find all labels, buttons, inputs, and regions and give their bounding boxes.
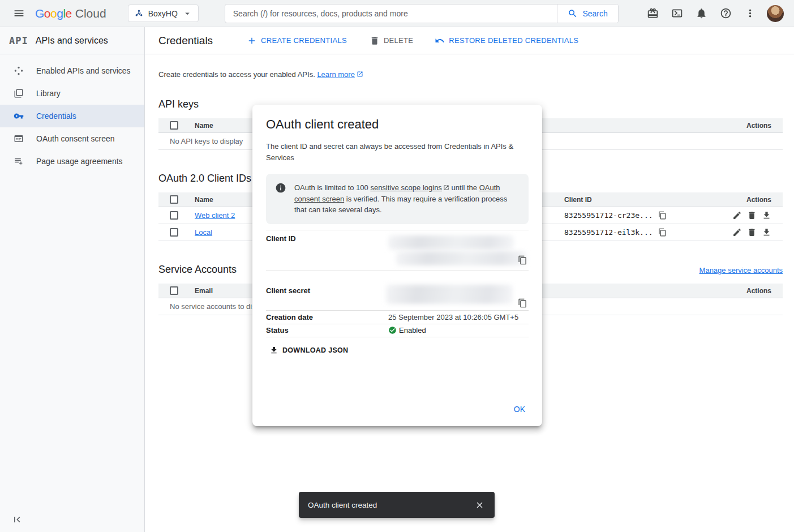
copy-client-id-button[interactable] [658,211,667,220]
column-header-actions: Actions [746,287,783,295]
help-icon [720,7,732,19]
delete-icon [747,211,757,220]
edit-client-button[interactable] [732,228,742,237]
delete-client-button[interactable] [747,211,757,220]
menu-button[interactable] [7,2,31,25]
learn-more-link[interactable]: Learn more [317,70,354,79]
topbar-actions [641,2,786,25]
key-icon [14,111,24,121]
api-keys-empty-text: No API keys to display [158,137,243,145]
sensitive-scope-logins-link[interactable]: sensitive scope logins [370,183,441,192]
sidebar-nav: Enabled APIs and services Library Creden… [0,54,144,173]
edit-icon [732,211,742,220]
creation-date-label: Creation date [266,313,388,321]
info-icon [275,182,286,216]
download-json-button[interactable]: DOWNLOAD JSON [266,342,351,358]
select-all-checkbox[interactable] [170,121,178,130]
copy-client-secret-button[interactable] [518,298,527,308]
sidebar-item-label: Library [36,89,61,98]
sidebar-item-oauth-consent[interactable]: OAuth consent screen [0,127,144,150]
client-id-label: Client ID [266,234,388,271]
client-id-row: Client ID [266,230,529,271]
help-button[interactable] [714,2,737,25]
select-all-checkbox[interactable] [170,286,178,295]
redacted-client-id [396,251,526,265]
gift-icon [647,7,659,19]
more-options-button[interactable] [738,2,762,25]
promotions-button[interactable] [641,2,664,25]
oauth-client-name-link[interactable]: Local [195,228,212,237]
agreements-icon [14,156,24,166]
google-cloud-logo[interactable]: Google Cloud [35,7,106,20]
logo-letter: o [44,7,50,20]
avatar[interactable] [767,5,784,22]
snackbar-close-button[interactable] [470,496,489,514]
sidebar: API APIs and services Enabled APIs and s… [0,27,145,532]
info-text-mid: until the [449,183,479,192]
sidebar-item-label: Credentials [36,111,76,121]
restore-deleted-credentials-button[interactable]: RESTORE DELETED CREDENTIALS [432,32,581,49]
status-row: Status Enabled [266,324,529,337]
manage-service-accounts-link[interactable]: Manage service accounts [699,266,783,274]
logo-letter: g [57,7,63,20]
notifications-button[interactable] [689,2,713,25]
collapse-nav-button[interactable] [11,514,23,525]
info-banner-text: OAuth is limited to 100 sensitive scope … [294,182,520,216]
project-name: BoxyHQ [148,9,178,18]
sidebar-item-credentials[interactable]: Credentials [0,105,144,127]
delete-button[interactable]: DELETE [367,32,415,49]
search-icon [568,8,578,19]
ok-button[interactable]: OK [508,400,531,418]
creation-date-row: Creation date 25 September 2023 at 10:26… [266,311,529,324]
download-client-button[interactable] [762,211,771,220]
sidebar-item-library[interactable]: Library [0,82,144,105]
client-secret-value-area [388,271,529,310]
intro-text: Create credentials to access your enable… [158,70,783,79]
sidebar-item-label: Enabled APIs and services [36,66,131,75]
create-credentials-button[interactable]: CREATE CREDENTIALS [244,32,349,49]
snackbar-message: OAuth client created [308,501,470,509]
logo-letter: G [35,7,44,20]
notifications-icon [696,7,707,19]
client-secret-row: Client secret [266,271,529,311]
column-header-client-id: Client ID [564,196,746,204]
service-accounts-heading: Service Accounts [158,264,237,276]
snackbar: OAuth client created [299,492,495,518]
copy-client-id-button[interactable] [518,255,527,265]
caret-down-icon [182,8,192,19]
search-button-label: Search [582,9,607,18]
undo-icon [435,36,445,46]
redacted-client-secret [386,285,513,304]
project-icon [134,8,144,18]
topbar: Google Cloud BoxyHQ Search [0,0,794,27]
project-picker[interactable]: BoxyHQ [128,5,199,22]
sidebar-item-enabled-apis[interactable]: Enabled APIs and services [0,59,144,82]
row-checkbox[interactable] [170,228,178,237]
copy-icon [518,255,527,265]
create-credentials-label: CREATE CREDENTIALS [261,36,347,45]
edit-client-button[interactable] [732,211,742,220]
consent-screen-icon [14,134,24,144]
copy-client-id-button[interactable] [658,228,667,237]
info-text-pre: OAuth is limited to 100 [294,183,370,192]
copy-icon [658,211,667,220]
search-button[interactable]: Search [557,5,617,23]
page-header: Credentials CREATE CREDENTIALS DELETE RE… [145,27,794,54]
client-id-value: 83255951712-cr23e... [564,211,653,220]
column-header-actions: Actions [746,122,783,130]
oauth-client-name-link[interactable]: Web client 2 [195,211,235,220]
select-all-checkbox[interactable] [170,195,178,204]
collapse-nav-icon [11,514,23,525]
download-client-button[interactable] [762,228,771,237]
sidebar-item-label: OAuth consent screen [36,134,115,143]
menu-icon [13,7,25,19]
delete-icon [370,36,380,46]
sidebar-item-page-usage[interactable]: Page usage agreements [0,150,144,173]
row-checkbox[interactable] [170,211,178,220]
column-header-actions: Actions [746,196,783,204]
cloud-shell-button[interactable] [665,2,689,25]
download-icon [762,228,771,237]
search-input[interactable] [225,5,557,23]
download-icon [269,346,278,355]
delete-client-button[interactable] [747,228,757,237]
